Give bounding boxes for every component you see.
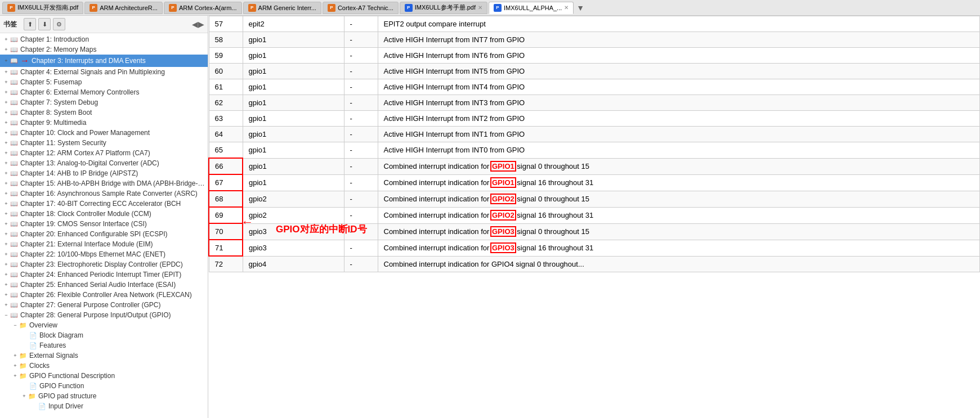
tree-toggle-ch15[interactable]: + (2, 179, 10, 187)
sidebar-item-ch28-func[interactable]: +📁GPIO Functional Description (0, 371, 208, 381)
gpio-highlight: GPIO3 (491, 227, 515, 236)
sidebar-item-ch27[interactable]: +📖Chapter 27: General Purpose Controller… (0, 300, 208, 310)
tree-toggle-ch22[interactable]: + (2, 250, 10, 258)
sidebar-item-ch7[interactable]: +📖Chapter 7: System Debug (0, 97, 208, 107)
sidebar-item-ch3[interactable]: +📖→Chapter 3: Interrupts and DMA Events (0, 55, 208, 67)
sidebar-collapse-button[interactable]: ◀▶ (192, 20, 204, 29)
tree-toggle-ch28[interactable]: − (2, 311, 10, 319)
sidebar-item-ch28-overview[interactable]: −📁Overview (0, 320, 208, 330)
tab-imx6ull-ref[interactable]: P IMX6ULL参考手册.pdf ✕ (400, 2, 487, 14)
bookmark-down-button[interactable]: ⬇ (38, 18, 51, 30)
sidebar-item-ch21[interactable]: +📖Chapter 21: External Interface Module … (0, 239, 208, 249)
cell-priority: - (344, 223, 378, 240)
tab-close-7[interactable]: ✕ (564, 5, 569, 11)
tree-toggle-ch24[interactable]: + (2, 271, 10, 278)
bookmark-settings-button[interactable]: ⚙ (53, 18, 65, 30)
sidebar-item-ch28-clocks[interactable]: +📁Clocks (0, 361, 208, 371)
tree-toggle-ch25[interactable]: + (2, 281, 10, 289)
tree-toggle-ch21[interactable]: + (2, 240, 10, 248)
sidebar-item-ch28-features[interactable]: 📄Features (0, 340, 208, 350)
tree-toggle-ch28-overview[interactable]: − (11, 321, 19, 329)
tree-toggle-ch3[interactable]: + (2, 57, 10, 65)
sidebar-item-ch28-func-pad[interactable]: +📁GPIO pad structure (0, 391, 208, 401)
tree-toggle-ch28-ext[interactable]: + (11, 352, 19, 359)
tree-toggle-ch12[interactable]: + (2, 149, 10, 157)
sidebar-item-ch1[interactable]: +📖Chapter 1: Introduction (0, 34, 208, 44)
tree-toggle-ch13[interactable]: + (2, 159, 10, 167)
sidebar-item-ch28-blockdiag[interactable]: 📄Block Diagram (0, 330, 208, 340)
gpio-highlight: GPIO1 (491, 178, 515, 187)
tree-toggle-ch9[interactable]: + (2, 119, 10, 127)
tree-toggle-ch1[interactable]: + (2, 35, 10, 43)
gpio-highlight: GPIO2 (491, 211, 515, 219)
tree-label-ch10: Chapter 10: Clock and Power Management (20, 129, 205, 137)
sidebar-item-ch14[interactable]: +📖Chapter 14: AHB to IP Bridge (AIPSTZ) (0, 168, 208, 178)
sidebar-item-ch4[interactable]: +📖Chapter 4: External Signals and Pin Mu… (0, 67, 208, 77)
sidebar-item-ch25[interactable]: +📖Chapter 25: Enhanced Serial Audio Inte… (0, 280, 208, 290)
sidebar-item-ch28-func-func[interactable]: 📄GPIO Function (0, 381, 208, 391)
sidebar-item-ch6[interactable]: +📖Chapter 6: External Memory Controllers (0, 87, 208, 97)
sidebar-item-ch17[interactable]: +📖Chapter 17: 40-BIT Correcting ECC Acce… (0, 199, 208, 209)
tab-cortex-a7[interactable]: P Cortex-A7 Technic... (323, 2, 399, 14)
sidebar-item-ch12[interactable]: +📖Chapter 12: ARM Cortex A7 Platform (CA… (0, 148, 208, 158)
tree-toggle-ch28-func-pad[interactable]: + (20, 392, 28, 400)
sidebar-item-ch19[interactable]: +📖Chapter 19: CMOS Sensor Interface (CSI… (0, 219, 208, 229)
tab-arm-arch[interactable]: P ARM ArchitectureR... (84, 2, 163, 14)
sidebar-item-ch16[interactable]: +📖Chapter 16: Asynchronous Sample Rate C… (0, 188, 208, 199)
tree-toggle-ch28-func[interactable]: + (11, 372, 19, 380)
cell-priority: - (344, 127, 378, 142)
tree-toggle-ch17[interactable]: + (2, 200, 10, 208)
tree-toggle-ch27[interactable]: + (2, 301, 10, 309)
tab-arm-cortex[interactable]: P ARM Cortex-A(arm... (164, 2, 242, 14)
tree-toggle-ch14[interactable]: + (2, 169, 10, 177)
sidebar-item-ch24[interactable]: +📖Chapter 24: Enhanced Periodic Interrup… (0, 269, 208, 280)
tree-label-ch28-func-input: Input Driver (48, 402, 205, 410)
tree-label-ch19: Chapter 19: CMOS Sensor Interface (CSI) (20, 220, 205, 228)
sidebar-item-ch10[interactable]: +📖Chapter 10: Clock and Power Management (0, 128, 208, 138)
tree-toggle-ch5[interactable]: + (2, 78, 10, 86)
sidebar-item-ch8[interactable]: +📖Chapter 8: System Boot (0, 107, 208, 118)
sidebar-item-ch18[interactable]: +📖Chapter 18: Clock Controller Module (C… (0, 209, 208, 219)
sidebar-item-ch9[interactable]: +📖Chapter 9: Multimedia (0, 118, 208, 128)
tree-label-ch8: Chapter 8: System Boot (20, 109, 205, 116)
tree-toggle-ch2[interactable]: + (2, 46, 10, 53)
cell-description: Combined interrupt indication for GPIO3 … (378, 223, 980, 240)
tree-toggle-ch18[interactable]: + (2, 210, 10, 218)
tree-toggle-ch7[interactable]: + (2, 98, 10, 106)
tree-toggle-ch11[interactable]: + (2, 139, 10, 147)
tree-toggle-ch8[interactable]: + (2, 109, 10, 116)
sidebar-item-ch26[interactable]: +📖Chapter 26: Flexible Controller Area N… (0, 290, 208, 300)
tab-arm-generic[interactable]: P ARM Generic Interr... (243, 2, 321, 14)
tree-label-ch28-ext: External Signals (29, 352, 205, 359)
tab-close-6[interactable]: ✕ (478, 5, 482, 11)
sidebar-item-ch11[interactable]: +📖Chapter 11: System Security (0, 138, 208, 148)
tree-toggle-ch26[interactable]: + (2, 291, 10, 299)
tab-add-button[interactable]: ▼ (575, 2, 586, 14)
tree-toggle-ch4[interactable]: + (2, 68, 10, 76)
sidebar-item-ch28-func-input[interactable]: 📄Input Driver (0, 401, 208, 411)
sidebar-item-ch28-ext[interactable]: +📁External Signals (0, 350, 208, 361)
content-area[interactable]: 57 epit2 - EPIT2 output compare interrup… (208, 16, 980, 418)
tree-toggle-ch16[interactable]: + (2, 190, 10, 197)
tree-toggle-ch28-clocks[interactable]: + (11, 362, 19, 370)
tree-toggle-ch10[interactable]: + (2, 129, 10, 137)
tree-toggle-ch6[interactable]: + (2, 88, 10, 96)
sidebar-item-ch13[interactable]: +📖Chapter 13: Analog-to-Digital Converte… (0, 158, 208, 168)
sidebar-item-ch2[interactable]: +📖Chapter 2: Memory Maps (0, 44, 208, 55)
tree-toggle-ch19[interactable]: + (2, 220, 10, 228)
sidebar-item-ch23[interactable]: +📖Chapter 23: Electrophoretic Display Co… (0, 259, 208, 269)
table-row: 72 gpio4 - Combined interrupt indication… (209, 256, 980, 272)
sidebar-item-ch5[interactable]: +📖Chapter 5: Fusemap (0, 77, 208, 87)
tab-imx6ull-alpha[interactable]: P IMX6ULL_ALPHA_... ✕ (489, 2, 574, 14)
bookmark-up-button[interactable]: ⬆ (24, 18, 36, 30)
sidebar-item-ch22[interactable]: +📖Chapter 22: 10/100-Mbps Ethernet MAC (… (0, 249, 208, 259)
tree-toggle-ch23[interactable]: + (2, 260, 10, 268)
sidebar-tree[interactable]: +📖Chapter 1: Introduction+📖Chapter 2: Me… (0, 33, 208, 418)
cell-source: gpio1 (243, 64, 344, 79)
sidebar-item-ch20[interactable]: +📖Chapter 20: Enhanced Configurable SPI … (0, 229, 208, 239)
sidebar-item-ch15[interactable]: +📖Chapter 15: AHB-to-APBH Bridge with DM… (0, 178, 208, 188)
cell-description: Active HIGH Interrupt from INT4 from GPI… (378, 79, 980, 95)
tree-toggle-ch20[interactable]: + (2, 230, 10, 238)
sidebar-item-ch28[interactable]: −📖Chapter 28: General Purpose Input/Outp… (0, 310, 208, 320)
tab-imx6ull-guide[interactable]: P IMX6ULL开发指南.pdf (2, 2, 83, 14)
